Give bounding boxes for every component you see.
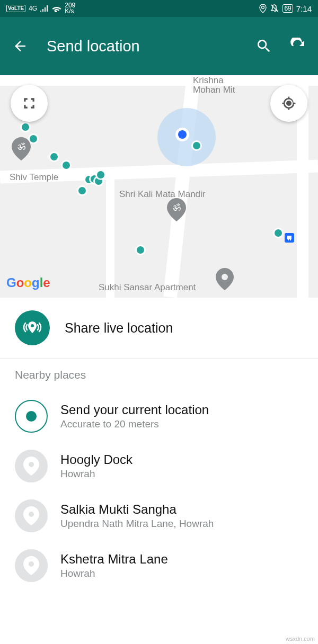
search-button[interactable] bbox=[253, 35, 275, 57]
map-label: Krishna Mohan Mit bbox=[193, 76, 235, 95]
map-pin[interactable] bbox=[275, 229, 282, 237]
map-pin[interactable] bbox=[22, 123, 29, 131]
accuracy-circle bbox=[157, 108, 216, 166]
current-location-title: Send your current location bbox=[60, 402, 209, 417]
place-title: Kshetra Mitra Lane bbox=[60, 552, 168, 567]
battery-icon: 69 bbox=[282, 4, 293, 13]
poi-pin[interactable]: ॐ bbox=[167, 198, 186, 223]
status-time: 7:14 bbox=[296, 4, 312, 13]
page-title: Send location bbox=[47, 38, 253, 55]
bus-stop-icon[interactable] bbox=[285, 233, 294, 243]
map-tiles bbox=[0, 75, 318, 298]
back-button[interactable] bbox=[10, 35, 31, 57]
google-logo: Google bbox=[6, 275, 50, 290]
app-bar: Send location bbox=[0, 17, 318, 75]
poi-pin[interactable] bbox=[216, 268, 234, 292]
net-type: 4G bbox=[29, 5, 37, 12]
send-current-location-button[interactable]: Send your current location Accurate to 2… bbox=[0, 391, 318, 441]
mute-icon bbox=[270, 4, 279, 13]
place-pin-icon bbox=[15, 499, 48, 532]
fullscreen-button[interactable] bbox=[11, 85, 48, 122]
current-location-icon bbox=[15, 400, 48, 433]
arrow-back-icon bbox=[12, 38, 28, 54]
status-bar: VoLTE 4G 209 K/s 69 7:14 bbox=[0, 0, 318, 17]
map-label: Sukhi Sansar Apartment bbox=[99, 282, 196, 293]
share-live-label: Share live location bbox=[65, 320, 173, 336]
refresh-icon bbox=[289, 38, 306, 55]
svg-rect-2 bbox=[287, 236, 292, 239]
pin-icon bbox=[216, 268, 234, 290]
place-sub: Howrah bbox=[60, 468, 132, 480]
watermark: wsxdn.com bbox=[286, 636, 315, 642]
map-pin[interactable] bbox=[193, 142, 200, 149]
share-live-icon bbox=[15, 310, 50, 345]
place-sub: Upendra Nath Mitra Lane, Howrah bbox=[60, 518, 214, 530]
my-location-icon bbox=[281, 95, 297, 111]
location-icon bbox=[259, 4, 267, 13]
refresh-button[interactable] bbox=[287, 35, 308, 57]
map-view[interactable]: ॐ ॐ Shiv Temple Shri Kali Mata Mandir Su… bbox=[0, 75, 318, 298]
svg-text:ॐ: ॐ bbox=[173, 202, 181, 213]
svg-rect-3 bbox=[288, 239, 289, 240]
nearby-place-row[interactable]: Hoogly Dock Howrah bbox=[0, 441, 318, 491]
map-pin[interactable] bbox=[137, 246, 144, 254]
my-location-dot bbox=[178, 130, 187, 139]
signal-icon bbox=[40, 5, 49, 12]
volte-icon: VoLTE bbox=[6, 5, 25, 12]
search-icon bbox=[255, 38, 272, 55]
place-title: Salkia Mukti Sangha bbox=[60, 502, 214, 517]
current-location-accuracy: Accurate to 20 meters bbox=[60, 418, 209, 430]
map-label: Shiv Temple bbox=[10, 172, 58, 183]
svg-rect-4 bbox=[290, 239, 291, 240]
map-pin[interactable] bbox=[97, 171, 104, 178]
map-label: Shri Kali Mata Mandir bbox=[119, 189, 206, 200]
map-pin[interactable] bbox=[63, 162, 70, 169]
map-pin[interactable] bbox=[95, 177, 102, 185]
status-right: 69 7:14 bbox=[259, 4, 312, 13]
nearby-place-row[interactable]: Kshetra Mitra Lane Howrah bbox=[0, 541, 318, 591]
wifi-icon bbox=[52, 5, 61, 12]
place-title: Hoogly Dock bbox=[60, 452, 132, 467]
map-pin[interactable] bbox=[78, 187, 86, 194]
net-speed: 209 K/s bbox=[65, 3, 75, 14]
share-live-location-button[interactable]: Share live location bbox=[0, 298, 318, 359]
om-pin-icon: ॐ bbox=[12, 137, 31, 160]
place-pin-icon bbox=[15, 549, 48, 582]
om-pin-icon: ॐ bbox=[167, 198, 186, 221]
place-pin-icon bbox=[15, 450, 48, 482]
nearby-places-header: Nearby places bbox=[0, 359, 318, 391]
nearby-place-row[interactable]: Salkia Mukti Sangha Upendra Nath Mitra L… bbox=[0, 491, 318, 541]
map-pin[interactable] bbox=[50, 153, 58, 160]
fullscreen-icon bbox=[22, 96, 36, 110]
place-sub: Howrah bbox=[60, 568, 168, 579]
svg-text:ॐ: ॐ bbox=[17, 141, 25, 152]
status-left: VoLTE 4G 209 K/s bbox=[6, 3, 75, 14]
poi-pin[interactable]: ॐ bbox=[12, 137, 31, 163]
map-pin[interactable] bbox=[30, 135, 37, 142]
my-location-button[interactable] bbox=[270, 85, 307, 122]
